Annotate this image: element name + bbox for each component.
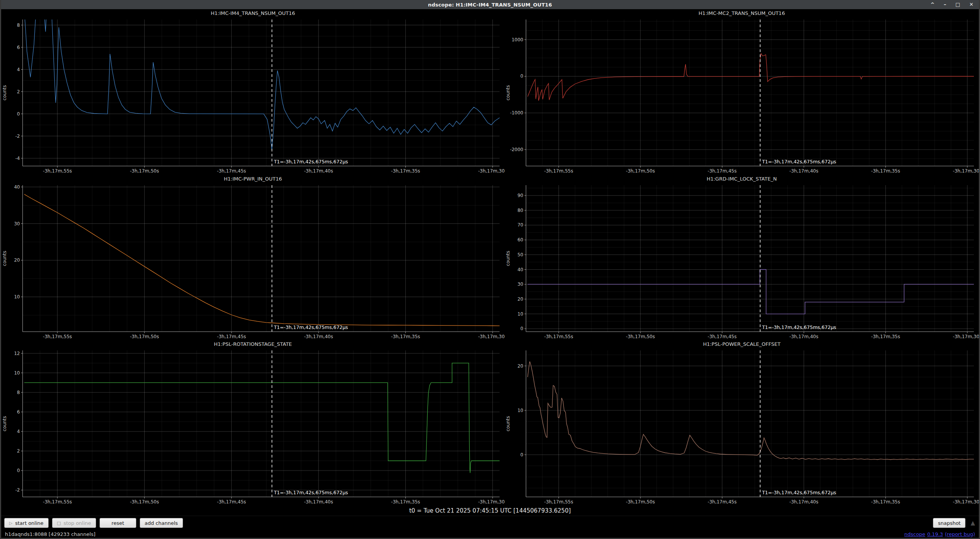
- y-axis-label: counts: [505, 85, 511, 100]
- t1-cursor-label: T1=-3h,17m,42s,675ms,672µs: [762, 159, 836, 164]
- svg-text:70: 70: [518, 222, 523, 228]
- stop-online-label: stop online: [64, 520, 91, 526]
- window-title: ndscope: H1:IMC-IM4_TRANS_NSUM_OUT16: [1, 2, 979, 8]
- svg-text:-3h,17m,50s: -3h,17m,50s: [130, 499, 159, 505]
- svg-text:-3h,17m,35s: -3h,17m,35s: [871, 334, 900, 339]
- svg-text:-3h,17m,55s: -3h,17m,55s: [544, 499, 573, 505]
- axes: -2024681012-3h,17m,55s-3h,17m,50s-3h,17m…: [14, 350, 505, 505]
- plot-title: H1:IMC-IM4_TRANS_NSUM_OUT16: [1, 9, 505, 18]
- plot-title: H1:IMC-MC2_TRANS_NSUM_OUT16: [505, 9, 979, 18]
- svg-text:-4: -4: [15, 156, 20, 161]
- axes: 01020-3h,17m,55s-3h,17m,50s-3h,17m,45s-3…: [518, 350, 979, 505]
- plot-surface[interactable]: -2000-100001000-3h,17m,55s-3h,17m,50s-3h…: [505, 18, 979, 175]
- t0-label: t0 = Tue Oct 21 2025 07:45:15 UTC [14450…: [1, 506, 979, 516]
- reset-button[interactable]: reset: [100, 518, 136, 528]
- plot-grd-imc-lock-state[interactable]: H1:GRD-IMC_LOCK_STATE_N 0102030405060708…: [505, 175, 979, 340]
- plot-surface[interactable]: 10203040-3h,17m,55s-3h,17m,50s-3h,17m,45…: [1, 183, 505, 340]
- stop-icon: □: [57, 521, 61, 526]
- svg-text:0: 0: [17, 468, 20, 473]
- ndscope-window: ndscope: H1:IMC-IM4_TRANS_NSUM_OUT16 ^ –…: [0, 0, 980, 539]
- server-status: h1daqnds1:8088 [429233 channels]: [5, 531, 95, 537]
- plot-title: H1:PSL-ROTATIONSTAGE_STATE: [1, 340, 505, 348]
- svg-text:12: 12: [14, 351, 20, 356]
- svg-text:2: 2: [17, 89, 20, 94]
- statusbar: h1daqnds1:8088 [429233 channels] ndscope…: [1, 530, 979, 538]
- y-axis-label: counts: [2, 251, 7, 266]
- grid-lines: [526, 20, 974, 166]
- svg-text:-2: -2: [15, 487, 20, 493]
- plot-canvas[interactable]: 0102030405060708090-3h,17m,55s-3h,17m,50…: [505, 183, 979, 340]
- y-axis-label: counts: [505, 251, 511, 266]
- close-icon[interactable]: ✕: [969, 0, 973, 9]
- version-link[interactable]: 0.19.3: [927, 531, 943, 537]
- plot-canvas[interactable]: 01020-3h,17m,55s-3h,17m,50s-3h,17m,45s-3…: [505, 348, 979, 506]
- plot-canvas[interactable]: -4-202468-3h,17m,55s-3h,17m,50s-3h,17m,4…: [1, 18, 505, 175]
- y-axis-label: counts: [2, 416, 7, 432]
- svg-text:20: 20: [14, 257, 20, 263]
- window-titlebar[interactable]: ndscope: H1:IMC-IM4_TRANS_NSUM_OUT16 ^ –…: [1, 0, 979, 9]
- svg-text:50: 50: [518, 252, 523, 257]
- svg-text:-1000: -1000: [510, 110, 523, 116]
- plot-surface[interactable]: 01020-3h,17m,55s-3h,17m,50s-3h,17m,45s-3…: [505, 348, 979, 506]
- add-channels-button[interactable]: add channels: [140, 518, 183, 528]
- stop-online-button[interactable]: □ stop online: [52, 518, 96, 528]
- svg-text:-3h,17m,50s: -3h,17m,50s: [130, 168, 159, 174]
- t1-cursor-label: T1=-3h,17m,42s,675ms,672µs: [273, 159, 348, 164]
- svg-text:-3h,17m,45s: -3h,17m,45s: [217, 334, 246, 339]
- grid-lines: [526, 185, 974, 332]
- svg-text:-3h,17m,50s: -3h,17m,50s: [626, 334, 655, 339]
- svg-text:40: 40: [14, 184, 20, 189]
- start-online-button[interactable]: ▷ start online: [4, 518, 49, 528]
- svg-text:-3h,17m,35s: -3h,17m,35s: [391, 168, 420, 174]
- plot-imc-mc2-trans[interactable]: H1:IMC-MC2_TRANS_NSUM_OUT16 -2000-100001…: [505, 9, 979, 175]
- svg-text:4: 4: [17, 429, 20, 434]
- svg-text:0: 0: [521, 73, 524, 79]
- svg-text:-3h,17m,35s: -3h,17m,35s: [391, 334, 420, 339]
- svg-text:30: 30: [14, 221, 20, 226]
- plot-canvas[interactable]: 10203040-3h,17m,55s-3h,17m,50s-3h,17m,45…: [1, 183, 505, 340]
- expand-arrow-icon[interactable]: ▲: [969, 519, 976, 526]
- svg-text:-3h,17m,35s: -3h,17m,35s: [871, 499, 900, 505]
- plot-canvas[interactable]: -2024681012-3h,17m,55s-3h,17m,50s-3h,17m…: [1, 348, 505, 506]
- plot-psl-power-scale-offset[interactable]: H1:PSL-POWER_SCALE_OFFSET 01020-3h,17m,5…: [505, 340, 979, 506]
- snapshot-button[interactable]: snapshot: [933, 518, 965, 528]
- plot-surface[interactable]: -2024681012-3h,17m,55s-3h,17m,50s-3h,17m…: [1, 348, 505, 506]
- svg-text:-3h,17m,30s: -3h,17m,30s: [478, 499, 505, 505]
- plot-imc-im4-trans[interactable]: H1:IMC-IM4_TRANS_NSUM_OUT16 -4-202468-3h…: [1, 9, 505, 175]
- axes: -2000-100001000-3h,17m,55s-3h,17m,50s-3h…: [510, 20, 979, 174]
- svg-text:90: 90: [518, 193, 523, 198]
- svg-text:-3h,17m,50s: -3h,17m,50s: [626, 499, 655, 505]
- svg-text:-3h,17m,50s: -3h,17m,50s: [626, 168, 655, 174]
- svg-text:-3h,17m,55s: -3h,17m,55s: [544, 334, 573, 339]
- svg-text:-3h,17m,30s: -3h,17m,30s: [953, 499, 979, 505]
- window-controls: ^ – □ ✕: [930, 0, 979, 9]
- toolbar: ▷ start online □ stop online reset add c…: [1, 516, 979, 530]
- svg-text:-2000: -2000: [510, 147, 523, 152]
- t1-cursor-label: T1=-3h,17m,42s,675ms,672µs: [762, 490, 836, 495]
- minimize-icon[interactable]: –: [944, 0, 946, 9]
- report-bug-link[interactable]: (report bug): [945, 531, 975, 537]
- plot-imc-pwr-in[interactable]: H1:IMC-PWR_IN_OUT16 10203040-3h,17m,55s-…: [1, 175, 505, 340]
- svg-text:60: 60: [518, 237, 523, 243]
- series-line: [23, 18, 500, 150]
- svg-text:-3h,17m,40s: -3h,17m,40s: [789, 499, 818, 505]
- plot-canvas[interactable]: -2000-100001000-3h,17m,55s-3h,17m,50s-3h…: [505, 18, 979, 175]
- keep-above-icon[interactable]: ^: [930, 0, 934, 9]
- plot-title: H1:GRD-IMC_LOCK_STATE_N: [505, 175, 979, 183]
- play-icon: ▷: [9, 521, 12, 526]
- svg-text:-3h,17m,55s: -3h,17m,55s: [43, 499, 72, 505]
- plot-psl-rotationstage-state[interactable]: H1:PSL-ROTATIONSTAGE_STATE -2024681012-3…: [1, 340, 505, 506]
- svg-text:40: 40: [518, 267, 523, 272]
- plot-surface[interactable]: -4-202468-3h,17m,55s-3h,17m,50s-3h,17m,4…: [1, 18, 505, 175]
- svg-text:20: 20: [518, 363, 523, 369]
- svg-text:-3h,17m,40s: -3h,17m,40s: [304, 499, 333, 505]
- plot-surface[interactable]: 0102030405060708090-3h,17m,55s-3h,17m,50…: [505, 183, 979, 340]
- svg-text:-3h,17m,30s: -3h,17m,30s: [953, 334, 979, 339]
- svg-text:10: 10: [518, 311, 523, 316]
- svg-text:-3h,17m,55s: -3h,17m,55s: [43, 168, 72, 174]
- svg-text:-3h,17m,35s: -3h,17m,35s: [871, 168, 900, 174]
- maximize-icon[interactable]: □: [956, 0, 960, 9]
- svg-text:-3h,17m,30s: -3h,17m,30s: [953, 168, 979, 174]
- t1-cursor-label: T1=-3h,17m,42s,675ms,672µs: [273, 490, 348, 495]
- ndscope-link[interactable]: ndscope: [904, 531, 925, 537]
